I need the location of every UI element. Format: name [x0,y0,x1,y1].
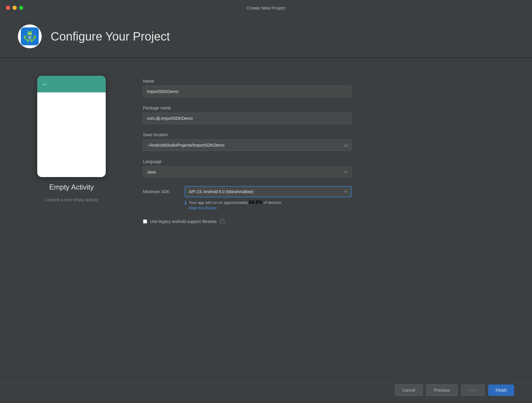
svg-line-4 [27,31,28,32]
activity-name-label: Empty Activity [49,183,94,191]
svg-text:AI: AI [28,36,31,39]
sdk-info-prefix: Your app will run on approximately [189,200,249,205]
package-input[interactable] [143,113,351,124]
next-button: Next [461,385,485,396]
language-label: Language [143,159,508,164]
close-button[interactable] [6,6,10,10]
traffic-lights [6,6,23,10]
header-area: AI Configure Your Project [0,16,532,58]
right-panel: Name Package name Save location 🗂 Langua… [143,76,508,224]
svg-line-5 [31,31,32,32]
maximize-button[interactable] [19,6,23,10]
info-icon: ℹ [185,200,186,206]
footer: Cancel Previous Next Finish [0,377,532,403]
window-title: Create New Project [247,5,285,10]
svg-rect-7 [34,35,36,39]
phone-preview: ← [37,76,106,177]
legacy-label: Use legacy android.support libraries [150,219,217,224]
save-location-label: Save location [143,132,508,137]
name-input[interactable] [143,86,351,97]
phone-body [37,92,106,177]
sdk-select[interactable]: API 16: Android 4.1 (Jelly Bean) API 21:… [185,186,351,197]
phone-toolbar: ← [37,76,106,92]
activity-desc-label: Creates a new empty activity [45,197,98,202]
finish-button[interactable]: Finish [488,385,514,396]
sdk-info-text: Your app will run on approximately 84.9%… [189,200,282,210]
legacy-row: Use legacy android.support libraries ? [143,219,508,224]
save-location-wrapper: 🗂 [143,140,351,151]
minimize-button[interactable] [13,6,17,10]
main-content: ← Empty Activity Creates a new empty act… [0,58,532,377]
svg-point-3 [30,33,31,34]
svg-rect-8 [27,41,29,42]
android-studio-icon: AI [23,30,36,43]
legacy-checkbox[interactable] [143,219,147,224]
svg-point-2 [28,33,29,34]
logo-inner: AI [21,27,39,45]
cancel-button[interactable]: Cancel [395,385,423,396]
title-bar: Create New Project [0,0,532,16]
package-group: Package name [143,106,508,124]
language-group: Language Java Kotlin [143,159,508,178]
page-title: Configure Your Project [51,30,170,43]
left-panel: ← Empty Activity Creates a new empty act… [24,76,119,202]
sdk-row: Minimum SDK API 16: Android 4.1 (Jelly B… [143,186,508,197]
sdk-group: Minimum SDK API 16: Android 4.1 (Jelly B… [143,186,508,210]
sdk-info-suffix: of devices. [262,200,282,205]
previous-button[interactable]: Previous [426,385,457,396]
sdk-label: Minimum SDK [143,189,179,194]
name-label: Name [143,79,508,83]
logo-circle: AI [18,24,42,48]
name-group: Name [143,79,508,97]
svg-rect-9 [31,41,32,42]
help-me-choose-link[interactable]: Help me choose [189,206,217,210]
sdk-percentage: 84.9% [249,200,262,205]
package-label: Package name [143,106,508,110]
save-location-input[interactable] [143,140,351,151]
help-question-icon[interactable]: ? [220,219,225,224]
language-select[interactable]: Java Kotlin [143,166,351,178]
svg-rect-6 [24,35,25,39]
back-arrow-icon: ← [42,81,48,88]
save-location-group: Save location 🗂 [143,132,508,151]
sdk-info-row: ℹ Your app will run on approximately 84.… [143,200,508,210]
folder-icon[interactable]: 🗂 [344,142,349,148]
